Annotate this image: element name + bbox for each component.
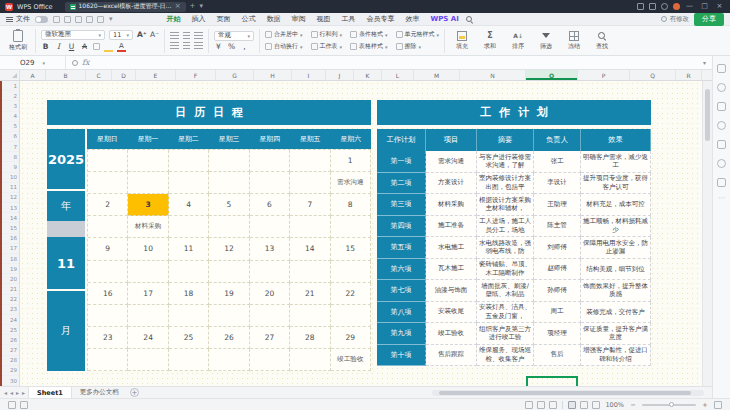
calendar-month-label[interactable]: 月: [47, 289, 85, 371]
row-header-23[interactable]: 23: [0, 305, 19, 315]
ribbon-tab-10[interactable]: WPS AI: [430, 14, 460, 25]
file-menu[interactable]: 文件: [6, 14, 30, 24]
formula-bar-collapse-icon[interactable]: ▾: [697, 59, 712, 66]
row-header-25[interactable]: 25: [0, 325, 19, 335]
auto-save-toggle[interactable]: [35, 16, 48, 23]
increase-font-icon[interactable]: A⁺: [137, 31, 146, 39]
currency-format-icon[interactable]: ¥: [214, 43, 223, 51]
work-plan-cell[interactable]: 第九项: [377, 323, 426, 345]
work-plan-cell[interactable]: 保障用电用水安全，防止渗漏: [581, 237, 651, 259]
work-plan-cell[interactable]: 水电施工: [426, 237, 477, 259]
vertical-scrollbar-thumb[interactable]: [705, 89, 710, 141]
calendar-year[interactable]: 2025: [47, 129, 85, 189]
work-plan-cell[interactable]: 赵师傅: [534, 259, 581, 281]
work-plan-cell[interactable]: 李设计: [534, 173, 581, 195]
row-header-13[interactable]: 13: [0, 203, 19, 213]
column-header-O[interactable]: O: [526, 70, 578, 80]
calendar-event-cell[interactable]: [331, 216, 371, 238]
work-plan-cell[interactable]: 需求沟通: [426, 151, 477, 173]
ribbon-tab-6[interactable]: 视图: [316, 13, 332, 26]
calendar-day-cell[interactable]: 16: [88, 283, 128, 305]
insert-function-icon[interactable]: [72, 60, 78, 66]
calendar-day-cell[interactable]: 29: [331, 327, 371, 349]
work-plan-cell[interactable]: 增强客户黏性，促进口碑和转介绍: [581, 345, 651, 367]
calendar-day-cell[interactable]: 25: [169, 327, 209, 349]
work-plan-cell[interactable]: 施工顺畅，材料损耗减少: [581, 216, 651, 238]
column-header-C[interactable]: C: [86, 70, 112, 80]
calendar-day-cell[interactable]: 5: [209, 194, 249, 216]
document-tab[interactable]: 10620—excel模板-进度管理-日… ×: [65, 2, 186, 12]
work-plan-cell[interactable]: 第七项: [377, 280, 426, 302]
new-tab-button[interactable]: +: [190, 3, 196, 10]
calendar-event-cell[interactable]: [331, 261, 371, 283]
calendar-event-cell[interactable]: [128, 349, 168, 371]
calendar-event-cell[interactable]: [128, 261, 168, 283]
ribbon-search-icon[interactable]: [465, 15, 473, 23]
calendar-event-cell[interactable]: [169, 349, 209, 371]
work-plan-cell[interactable]: 第二项: [377, 173, 426, 195]
work-plan-cell[interactable]: 瓦木施工: [426, 259, 477, 281]
work-plan-cell[interactable]: 安装灯具、洁具、五金及门窗，: [477, 302, 534, 324]
settings-icon[interactable]: [661, 3, 668, 10]
work-plan-cell[interactable]: 油漆与饰面: [426, 280, 477, 302]
toolbar-sum-button[interactable]: 求和: [478, 31, 502, 51]
page-break-view-icon[interactable]: [592, 401, 600, 409]
work-plan-cell[interactable]: 维保服务、现场巡检、收集客户: [477, 345, 534, 367]
calendar-day-cell[interactable]: 27: [250, 327, 290, 349]
sync-icon[interactable]: [637, 3, 644, 10]
column-header-H[interactable]: H: [254, 70, 292, 80]
column-header-E[interactable]: E: [136, 70, 176, 80]
horizontal-scrollbar-thumb[interactable]: [439, 391, 691, 395]
strikethrough-button[interactable]: A: [80, 43, 89, 51]
work-plan-cell[interactable]: 墙面批灰、刷漆/壁纸、木制品: [477, 280, 534, 302]
work-plan-cell[interactable]: 售后跟踪: [426, 345, 477, 367]
calendar-event-cell[interactable]: [331, 305, 371, 327]
calendar-day-cell[interactable]: 22: [331, 283, 371, 305]
column-header-B[interactable]: B: [46, 70, 86, 80]
work-plan-cell[interactable]: 明确客户需求，减少返工: [581, 151, 651, 173]
ribbon-tab-8[interactable]: 会员专享: [366, 13, 396, 26]
calendar-event-cell[interactable]: [169, 172, 209, 194]
ribbon-tab-4[interactable]: 数据: [266, 13, 282, 26]
cloud-sync-icon[interactable]: [717, 83, 726, 92]
toolbar-sort-button[interactable]: 排序: [506, 31, 530, 51]
align-bottom-icon[interactable]: [194, 42, 203, 50]
calendar-day-cell[interactable]: 21: [290, 283, 330, 305]
sheet-tab-0[interactable]: Sheet1: [28, 387, 72, 398]
column-header-L[interactable]: L: [382, 70, 414, 80]
work-plan-cell[interactable]: 项经理: [534, 323, 581, 345]
toolbar-menu-合并居中[interactable]: 合并居中▾: [265, 30, 303, 39]
print-icon[interactable]: [64, 16, 71, 23]
calendar-event-cell[interactable]: [169, 261, 209, 283]
calendar-event-cell[interactable]: [250, 261, 290, 283]
bold-button[interactable]: B: [41, 43, 50, 51]
shape-panel-icon[interactable]: [717, 140, 726, 149]
calendar-event-cell[interactable]: [88, 172, 128, 194]
work-plan-cell[interactable]: 室内装修设计方案出图，包括平: [477, 173, 534, 195]
calendar-year-label[interactable]: 年: [47, 189, 85, 221]
align-left-icon[interactable]: [170, 32, 179, 40]
add-sheet-button[interactable]: +: [130, 388, 139, 397]
work-plan-cell[interactable]: 第四项: [377, 216, 426, 238]
page-layout-view-icon[interactable]: [580, 401, 588, 409]
selection-mode-icon[interactable]: [20, 401, 28, 409]
align-center-icon[interactable]: [183, 32, 190, 40]
calendar-event-cell[interactable]: [250, 349, 290, 371]
work-plan-cell[interactable]: 售后: [534, 345, 581, 367]
ribbon-tab-1[interactable]: 插入: [191, 13, 207, 26]
work-plan-cell[interactable]: 保证质量，提升客户满意度: [581, 323, 651, 345]
calendar-event-cell[interactable]: [88, 261, 128, 283]
ribbon-tab-5[interactable]: 审阅: [291, 13, 307, 26]
toolbar-menu-工作表[interactable]: 工作表▾: [311, 42, 343, 51]
ribbon-tab-9[interactable]: 效率: [405, 13, 421, 26]
row-header-26[interactable]: 26: [0, 335, 19, 345]
column-header-F[interactable]: F: [176, 70, 216, 80]
row-header-7[interactable]: 7: [0, 142, 19, 152]
zoom-slider[interactable]: [642, 404, 696, 406]
italic-button[interactable]: I: [54, 43, 63, 51]
column-header-I[interactable]: I: [292, 70, 326, 80]
calendar-day-cell[interactable]: 11: [169, 238, 209, 260]
chart-panel-icon[interactable]: [717, 121, 726, 130]
selected-cell-outline[interactable]: [526, 376, 578, 386]
calendar-event-cell[interactable]: [290, 172, 330, 194]
